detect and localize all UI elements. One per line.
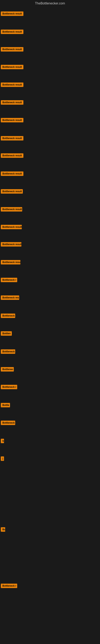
bottleneck-item-5[interactable]: Bottleneck result	[1, 82, 23, 87]
bottleneck-item-9[interactable]: Bottleneck result	[1, 153, 23, 158]
bottleneck-item-28[interactable]: Bottleneck r	[1, 584, 17, 588]
bottleneck-item-20[interactable]: Bottleneck	[1, 349, 15, 354]
site-title: TheBottlenecker.com	[0, 0, 100, 7]
bottleneck-item-8[interactable]: Bottleneck result	[1, 136, 23, 140]
bottleneck-item-18[interactable]: Bottleneck	[1, 314, 15, 318]
bottleneck-item-12[interactable]: Bottleneck result	[1, 207, 22, 212]
bottleneck-item-6[interactable]: Bottleneck result	[1, 100, 23, 105]
bottleneck-item-25[interactable]: b	[1, 439, 4, 443]
bottleneck-item-14[interactable]: Bottleneck result	[1, 242, 21, 246]
bottleneck-item-2[interactable]: Bottleneck result	[1, 30, 23, 34]
bottleneck-item-1[interactable]: Bottleneck result	[1, 12, 23, 16]
site-title-container: TheBottlenecker.com	[0, 0, 100, 7]
bottleneck-item-16[interactable]: Bottleneck r	[1, 278, 17, 282]
bottleneck-item-15[interactable]: Bottleneck resul	[1, 260, 20, 264]
bottleneck-item-4[interactable]: Bottleneck result	[1, 65, 23, 69]
bottleneck-item-24[interactable]: Bottleneck	[1, 420, 15, 425]
bottleneck-item-3[interactable]: Bottleneck result	[1, 47, 23, 52]
bottleneck-item-13[interactable]: Bottleneck result	[1, 225, 22, 229]
bottleneck-item-23[interactable]: Bottle	[1, 403, 10, 407]
bottleneck-item-17[interactable]: Bottleneck res	[1, 296, 19, 300]
bottleneck-item-10[interactable]: Bottleneck result	[1, 172, 23, 176]
bottleneck-item-26[interactable]: |	[1, 456, 4, 461]
bottleneck-item-19[interactable]: Bottlen	[1, 331, 12, 336]
bottleneck-item-7[interactable]: Bottleneck result	[1, 118, 23, 122]
bottleneck-item-22[interactable]: Bottleneck r	[1, 385, 17, 389]
bottleneck-item-21[interactable]: Bottlenec	[1, 367, 14, 372]
bottleneck-item-11[interactable]: Bottleneck result	[1, 189, 23, 194]
bottleneck-item-27[interactable]: Bo	[1, 527, 5, 532]
